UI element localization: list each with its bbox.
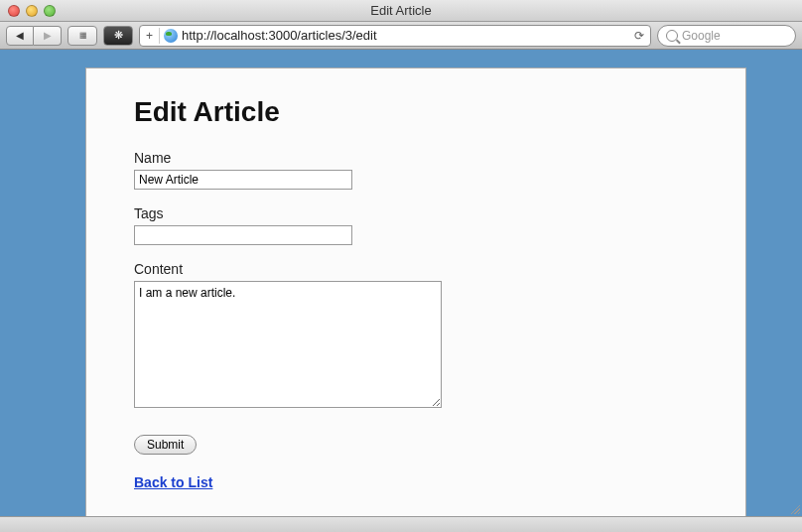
- add-bookmark-button[interactable]: +: [144, 28, 160, 44]
- address-bar[interactable]: + http://localhost:3000/articles/3/edit …: [139, 25, 651, 47]
- page-card: Edit Article Name Tags Content Submit Ba…: [85, 67, 746, 516]
- tags-label: Tags: [134, 205, 698, 221]
- elephant-icon: ❋: [114, 29, 123, 42]
- page-viewport: Edit Article Name Tags Content Submit Ba…: [0, 50, 802, 516]
- chevron-right-icon: ▶: [44, 30, 52, 41]
- plus-icon: +: [146, 29, 153, 43]
- close-window-button[interactable]: [8, 5, 20, 17]
- window-title: Edit Article: [0, 3, 802, 18]
- toolbar-button-1[interactable]: ▦: [67, 26, 97, 46]
- reload-icon: ⟳: [634, 29, 644, 43]
- search-placeholder: Google: [682, 29, 721, 43]
- zoom-window-button[interactable]: [44, 5, 56, 17]
- browser-toolbar: ◀ ▶ ▦ ❋ + http://localhost:3000/articles…: [0, 22, 802, 50]
- name-input[interactable]: [134, 170, 352, 190]
- back-to-list-link[interactable]: Back to List: [134, 474, 212, 490]
- globe-icon: [164, 29, 178, 43]
- url-text[interactable]: http://localhost:3000/articles/3/edit: [182, 28, 628, 43]
- chevron-left-icon: ◀: [16, 30, 24, 41]
- content-label: Content: [134, 261, 698, 277]
- toolbar-button-2[interactable]: ❋: [103, 26, 133, 46]
- status-bar: [0, 516, 802, 532]
- search-box[interactable]: Google: [657, 25, 796, 47]
- back-button[interactable]: ◀: [6, 26, 34, 46]
- search-icon: [666, 30, 678, 42]
- reload-button[interactable]: ⟳: [632, 29, 646, 43]
- tiles-icon: ▦: [79, 33, 86, 39]
- page-heading: Edit Article: [134, 96, 698, 128]
- tags-input[interactable]: [134, 225, 352, 245]
- minimize-window-button[interactable]: [26, 5, 38, 17]
- name-label: Name: [134, 150, 698, 166]
- content-textarea[interactable]: [134, 281, 442, 408]
- forward-button[interactable]: ▶: [34, 26, 62, 46]
- submit-button[interactable]: Submit: [134, 435, 197, 455]
- resize-grip[interactable]: [788, 502, 800, 514]
- window-titlebar: Edit Article: [0, 0, 802, 22]
